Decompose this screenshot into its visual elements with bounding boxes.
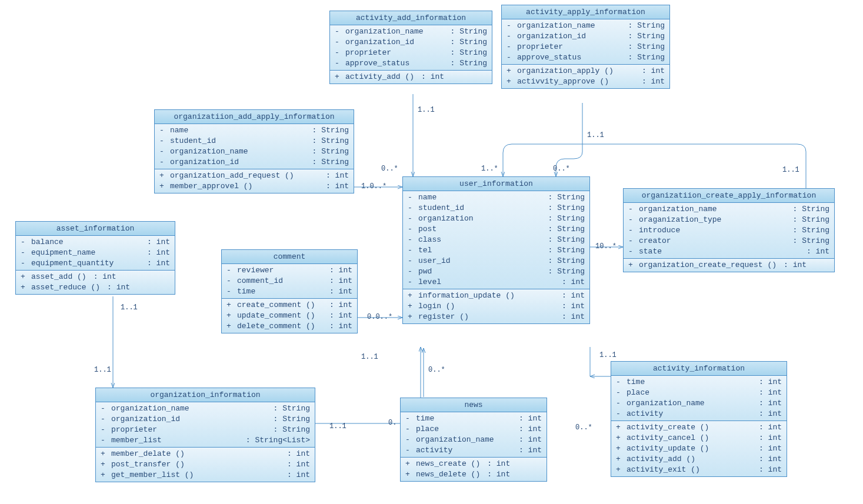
mult-label: 1..1 <box>782 166 799 174</box>
mult-label: 1..1 <box>361 353 378 361</box>
class-activity-add-information: activity_add_information -organization_n… <box>329 11 492 84</box>
class-organization-information: organization_information -organization_n… <box>95 388 315 482</box>
class-activity-information: activity_information -time: int -place: … <box>611 361 787 477</box>
mult-label: 0.0..* <box>367 313 392 321</box>
mult-label: 0..* <box>553 165 570 173</box>
mult-label: 0..* <box>381 165 398 173</box>
mult-label: 1..1 <box>599 351 617 359</box>
class-title: asset_information <box>16 222 175 236</box>
class-asset-information: asset_information -balance: int -equipme… <box>15 221 175 295</box>
mult-label: 1..1 <box>121 303 138 312</box>
mult-label: 1..1 <box>94 366 111 374</box>
mult-label: 1..1 <box>587 131 604 139</box>
mult-label: 0. <box>388 419 396 427</box>
class-title: user_information <box>403 177 589 191</box>
class-title: organizatiion_create_apply_information <box>624 189 834 203</box>
mult-label: 1.0..* <box>361 182 386 191</box>
class-organizatiion-create-apply-information: organizatiion_create_apply_information -… <box>623 188 835 272</box>
mult-label: 1..1 <box>329 422 346 430</box>
attrs: -organization_name: String -organization… <box>330 25 492 71</box>
class-title: activity_apply_information <box>502 5 669 19</box>
mult-label: 1..* <box>481 165 498 173</box>
mult-label: 10..* <box>595 242 617 251</box>
class-news: news -time: int -place: int -organizatio… <box>400 398 547 482</box>
ops: +activity_add (): int <box>330 71 492 84</box>
class-user-information: user_information -name: String -student_… <box>402 176 590 324</box>
class-title: news <box>401 398 547 412</box>
class-title: activity_add_information <box>330 11 492 25</box>
class-activity-apply-information: activity_apply_information -organization… <box>501 5 670 89</box>
class-organizatiion-add-apply-information: organizatiion_add_apply_information -nam… <box>154 109 354 193</box>
class-title: comment <box>222 250 357 264</box>
uml-canvas: activity_add_information -organization_n… <box>0 0 863 504</box>
mult-label: 0..* <box>428 366 445 374</box>
class-comment: comment -reviewer: int -comment_id: int … <box>221 249 358 333</box>
class-title: organizatiion_add_apply_information <box>155 110 354 124</box>
mult-label: 0..* <box>575 423 592 432</box>
class-title: organization_information <box>96 388 315 402</box>
class-title: activity_information <box>611 362 787 376</box>
mult-label: 1..1 <box>418 106 435 114</box>
